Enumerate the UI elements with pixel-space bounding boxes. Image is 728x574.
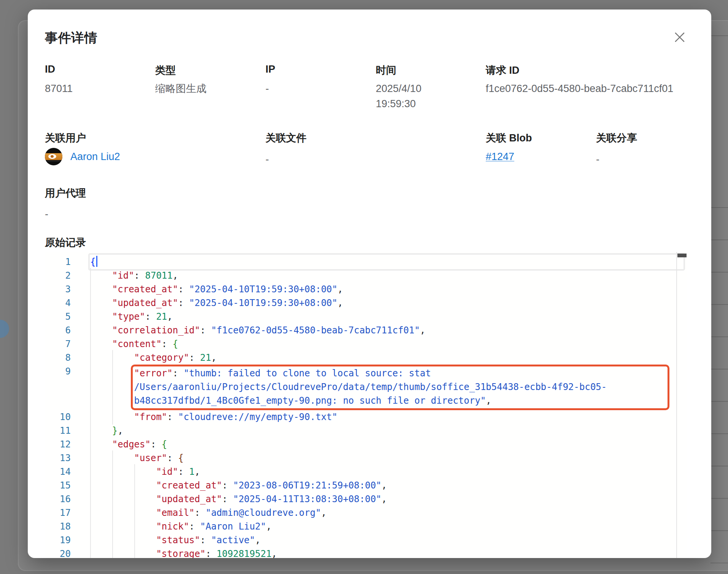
indent-guide <box>112 409 113 425</box>
background-table-rows <box>711 176 728 574</box>
line-number: 10 <box>45 410 81 424</box>
code-editor[interactable]: 1{2 "id": 87011,3 "created_at": "2025-04… <box>45 252 687 558</box>
indent-guide <box>112 505 113 520</box>
code-line: 5 "type": 21, <box>45 310 687 323</box>
field-label-related-share: 关联分享 <box>596 131 637 145</box>
indent-guide <box>90 450 91 466</box>
indent-guide <box>90 295 91 311</box>
close-button[interactable] <box>671 29 688 46</box>
indent-guide <box>112 450 113 466</box>
field-label-related-user: 关联用户 <box>45 131 86 145</box>
code-line: 10 "from": "cloudreve://my/empty-90.txt" <box>45 410 687 424</box>
line-number: 9 <box>45 365 81 378</box>
code-line: 1{ <box>45 255 687 269</box>
line-number: 8 <box>45 351 81 365</box>
field-label-user-agent: 用户代理 <box>45 186 86 200</box>
indent-guide <box>90 282 91 297</box>
code-line: 3 "created_at": "2025-04-10T19:59:30+08:… <box>45 282 687 296</box>
line-number: 15 <box>45 479 81 492</box>
line-number: 4 <box>45 296 81 310</box>
avatar-logo-dot <box>51 155 54 158</box>
field-label-id: ID <box>45 63 55 75</box>
error-highlight-box: "error": "thumb: failed to clone to loca… <box>131 365 669 410</box>
field-label-type: 类型 <box>155 63 176 77</box>
code-line: 12 "edges": { <box>45 438 687 451</box>
line-number: 3 <box>45 282 81 296</box>
related-file-value: - <box>265 152 269 167</box>
field-value-request-id: f1ce0762-0d55-4580-beab-7cabc711cf01 <box>486 81 706 96</box>
indent-guide <box>90 423 91 438</box>
indent-guide <box>134 478 135 493</box>
code-line: 17 "email": "admin@cloudreve.org", <box>45 506 687 520</box>
editor-scrollbar-thumb[interactable] <box>677 254 687 257</box>
code-line: 11 }, <box>45 424 687 438</box>
field-label-related-file: 关联文件 <box>265 131 307 145</box>
indent-guide <box>90 309 91 324</box>
code-line: 6 "correlation_id": "f1ce0762-0d55-4580-… <box>45 323 687 337</box>
line-number: 20 <box>45 547 81 558</box>
text-cursor <box>96 256 97 267</box>
field-label-related-blob: 关联 Blob <box>486 131 532 145</box>
code-line: 16 "updated_at": "2025-04-11T13:08:30+08… <box>45 492 687 506</box>
line-number: 2 <box>45 269 81 282</box>
editor-scrollbar-track <box>676 252 687 558</box>
code-line: 13 "user": { <box>45 451 687 465</box>
line-number: 12 <box>45 438 81 451</box>
indent-guide <box>134 519 135 534</box>
indent-guide <box>90 409 91 425</box>
indent-guide <box>112 464 113 479</box>
line-number: 7 <box>45 337 81 351</box>
page-title: 事件详情 <box>45 29 97 47</box>
indent-guide <box>90 505 91 520</box>
indent-guide <box>90 268 91 283</box>
line-number: 1 <box>45 255 81 269</box>
field-value-time: 2025/4/10 19:59:30 <box>376 81 437 111</box>
event-detail-dialog: 事件详情 ID 类型 IP 时间 请求 ID 87011 缩略图生成 - 202… <box>28 10 711 558</box>
line-number: 6 <box>45 323 81 337</box>
background-fab <box>0 320 9 338</box>
line-number: 16 <box>45 492 81 506</box>
indent-guide <box>90 323 91 338</box>
raw-record-label: 原始记录 <box>45 236 86 249</box>
indent-guide <box>112 546 113 558</box>
code-line: 7 "content": { <box>45 337 687 351</box>
line-number: 18 <box>45 520 81 533</box>
indent-guide <box>90 464 91 479</box>
field-value-id: 87011 <box>45 81 73 96</box>
indent-guide <box>112 519 113 534</box>
code-line: 18 "nick": "Aaron Liu2", <box>45 520 687 533</box>
background-table-divider <box>711 35 728 36</box>
field-value-user-agent: - <box>45 206 48 222</box>
field-label-request-id: 请求 ID <box>486 63 520 77</box>
indent-guide <box>134 546 135 558</box>
related-blob-link[interactable]: #1247 <box>486 151 514 163</box>
indent-guide <box>90 364 91 411</box>
indent-guide <box>90 350 91 365</box>
code-line: 19 "status": "active", <box>45 533 687 547</box>
indent-guide <box>112 350 113 365</box>
indent-guide <box>90 492 91 507</box>
user-avatar <box>45 148 62 165</box>
related-share-value: - <box>596 152 599 167</box>
indent-guide <box>112 492 113 507</box>
line-number: 17 <box>45 506 81 520</box>
code-line: 4 "updated_at": "2025-04-10T19:59:30+08:… <box>45 296 687 310</box>
field-value-type: 缩略图生成 <box>155 81 207 96</box>
field-value-ip: - <box>265 81 269 96</box>
indent-guide <box>112 533 113 548</box>
line-number: 5 <box>45 310 81 323</box>
code-line: 8 "category": 21, <box>45 351 687 365</box>
indent-guide <box>90 546 91 558</box>
indent-guide <box>112 478 113 493</box>
code-line: 15 "created_at": "2023-08-06T19:21:59+08… <box>45 479 687 492</box>
related-user-link[interactable]: Aaron Liu2 <box>70 151 120 163</box>
code-line: 9"error": "thumb: failed to clone to loc… <box>45 365 687 410</box>
indent-guide <box>112 364 113 411</box>
line-number: 11 <box>45 424 81 438</box>
line-number: 14 <box>45 465 81 479</box>
code-line: 20 "storage": 1092819521, <box>45 547 687 558</box>
line-number: 13 <box>45 451 81 465</box>
code-line: 2 "id": 87011, <box>45 269 687 282</box>
line-number: 19 <box>45 533 81 547</box>
indent-guide <box>134 464 135 479</box>
